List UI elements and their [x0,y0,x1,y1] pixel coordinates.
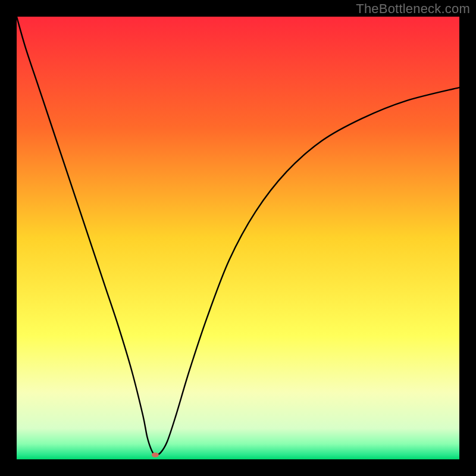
watermark-text: TheBottleneck.com [356,1,470,17]
gradient-background [17,17,459,459]
plot-area [17,17,459,459]
chart-svg [17,17,459,459]
chart-frame: TheBottleneck.com [0,0,476,476]
optimal-point-marker [152,453,159,458]
